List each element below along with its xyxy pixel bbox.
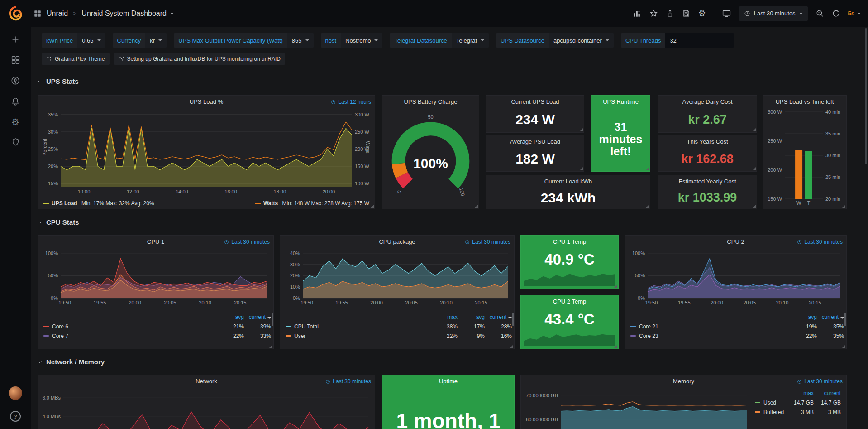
panel-title[interactable]: CPU 1 bbox=[147, 238, 164, 245]
panel-title[interactable]: Memory bbox=[673, 378, 694, 385]
legend-sort-column[interactable]: avg bbox=[458, 314, 485, 320]
panel-title[interactable]: CPU package bbox=[379, 238, 415, 245]
grafana-logo[interactable] bbox=[0, 5, 31, 22]
memory-chart[interactable]: 70.000000 GB60.000000 GB50.000000 GB bbox=[523, 388, 751, 429]
legend-row[interactable]: Buffered3 MB3 MB bbox=[755, 407, 841, 417]
svg-text:10:00: 10:00 bbox=[78, 189, 91, 194]
zoom-out-icon[interactable] bbox=[816, 9, 824, 18]
svg-text:19:50: 19:50 bbox=[645, 300, 658, 305]
legend-sort-column[interactable]: avg bbox=[217, 314, 244, 320]
legend-sort-column[interactable]: max bbox=[430, 314, 458, 320]
cpu-package-chart[interactable]: 40%30%20%10%0%19:5019:5520:0020:0520:102… bbox=[282, 248, 512, 306]
legend-sort-column[interactable]: current bbox=[814, 390, 841, 396]
dashboard-settings-icon[interactable]: ⚙ bbox=[698, 9, 706, 18]
legend-scrollbar[interactable] bbox=[272, 313, 273, 326]
panel-title[interactable]: Average Daily Cost bbox=[682, 98, 732, 105]
panel-title[interactable]: CPU 2 bbox=[727, 238, 744, 245]
panel-title[interactable]: CPU 2 Temp bbox=[553, 298, 586, 305]
legend-scrollbar[interactable] bbox=[512, 313, 514, 326]
variable-value-dropdown[interactable]: Nostromo bbox=[341, 33, 382, 48]
legend-entry[interactable]: UPS Load Min: 17% Max: 32% Avg: 20% bbox=[43, 200, 154, 207]
legend-row[interactable]: CPU Total38%17%28% bbox=[286, 322, 512, 331]
save-icon[interactable] bbox=[682, 9, 691, 18]
legend-row[interactable]: Core 722%33% bbox=[43, 331, 271, 341]
row-header-network-memory[interactable]: Network / Memory bbox=[37, 358, 105, 366]
legend-row[interactable]: Used14.7 GB14.7 GB bbox=[755, 398, 841, 407]
variable-value-dropdown[interactable]: apcupsd-container bbox=[549, 33, 614, 48]
svg-text:19:55: 19:55 bbox=[335, 300, 348, 305]
submenu-variables: kWh Price0.65CurrencykrUPS Max Output Po… bbox=[42, 33, 734, 48]
panel-title[interactable]: UPS Load % bbox=[190, 98, 223, 105]
variable-chip: kWh Price0.65 bbox=[42, 33, 105, 48]
legend-entry[interactable]: Watts Min: 148 W Max: 278 W Avg: 175 W bbox=[255, 200, 369, 207]
alerting-bell-icon[interactable] bbox=[10, 96, 20, 106]
row-header-ups-stats[interactable]: UPS Stats bbox=[37, 77, 79, 85]
svg-text:20%: 20% bbox=[48, 164, 58, 169]
breadcrumb-app[interactable]: Unraid bbox=[47, 10, 68, 18]
row-header-cpu-stats[interactable]: CPU Stats bbox=[37, 218, 79, 226]
legend-row[interactable]: Core 2119%35% bbox=[630, 322, 844, 331]
panel-title[interactable]: Estimated Yearly Cost bbox=[678, 178, 736, 185]
svg-text:20:10: 20:10 bbox=[776, 300, 789, 305]
panel-title[interactable]: Current UPS Load bbox=[511, 98, 559, 105]
help-icon[interactable]: ? bbox=[10, 411, 21, 422]
dashboard-link[interactable]: Grafana Plex Theme bbox=[42, 53, 110, 65]
variable-value-dropdown[interactable]: 865 bbox=[287, 33, 314, 48]
time-range-picker[interactable]: Last 30 minutes bbox=[739, 6, 808, 21]
star-icon[interactable] bbox=[649, 9, 658, 18]
add-panel-icon[interactable] bbox=[633, 9, 642, 18]
legend-sort-column[interactable]: current bbox=[817, 314, 844, 320]
time-range-label: Last 30 minutes bbox=[754, 10, 796, 17]
legend-scrollbar[interactable] bbox=[844, 313, 846, 326]
variable-value-dropdown[interactable]: Telegraf bbox=[452, 33, 489, 48]
panel-title[interactable]: CPU 1 Temp bbox=[553, 238, 586, 245]
ups-load-chart[interactable]: 35%30%25%20%15%300 W250 W200 W150 W100 W… bbox=[40, 108, 373, 195]
svg-text:16:00: 16:00 bbox=[224, 189, 237, 194]
refresh-interval-dropdown[interactable]: 5s bbox=[848, 10, 861, 17]
cpu1-chart[interactable]: 100%50%0%19:5019:5520:0020:0520:1020:15 bbox=[40, 248, 272, 306]
page-scrollbar[interactable] bbox=[865, 28, 867, 164]
svg-text:0%: 0% bbox=[51, 295, 58, 301]
dashboard-link[interactable]: Setting up Grafana and InfluxDB for UPS … bbox=[114, 53, 286, 65]
panel-title[interactable]: Network bbox=[196, 378, 217, 385]
variable-input[interactable]: 32 bbox=[665, 33, 734, 48]
legend-row[interactable]: User22%9%16% bbox=[286, 331, 512, 341]
legend-row[interactable]: Core 621%39% bbox=[43, 322, 271, 331]
apps-grid-icon[interactable] bbox=[33, 10, 42, 18]
dashboards-icon[interactable] bbox=[11, 55, 20, 65]
panel-title[interactable]: UPS Runtime bbox=[603, 98, 639, 105]
panel-title[interactable]: UPS Load vs Time left bbox=[776, 98, 834, 105]
legend-sort-column[interactable]: max bbox=[787, 390, 814, 396]
battery-gauge[interactable]: 050100100% bbox=[386, 109, 475, 203]
panel-title[interactable]: Average PSU Load bbox=[510, 138, 560, 145]
create-icon[interactable] bbox=[10, 34, 20, 44]
legend-sort-column[interactable]: avg bbox=[790, 314, 817, 320]
panel-title[interactable]: Current Load kWh bbox=[544, 178, 592, 185]
stat-value: 1 month, 1 bbox=[382, 409, 514, 429]
chevron-down-icon bbox=[606, 39, 609, 41]
legend-sort-column[interactable]: current bbox=[485, 314, 512, 320]
variable-value-dropdown[interactable]: 0.65 bbox=[77, 33, 105, 48]
panel-title[interactable]: Uptime bbox=[439, 378, 458, 385]
share-icon[interactable] bbox=[666, 9, 674, 18]
dashboard-title-dropdown[interactable]: Unraid System Dashboard bbox=[81, 10, 174, 18]
configuration-gear-icon[interactable]: ⚙ bbox=[11, 117, 19, 126]
legend-row[interactable]: Core 2322%35% bbox=[630, 331, 844, 341]
admin-shield-icon[interactable] bbox=[11, 137, 20, 147]
panel-current-ups-load: Current UPS Load 234 W bbox=[486, 95, 584, 133]
network-chart[interactable]: 6.0 MBs4.0 MBs2.0 MBs bbox=[40, 388, 373, 429]
cpu2-chart[interactable]: 100%50%0%19:5019:5520:0020:0520:1020:15 bbox=[627, 248, 844, 306]
panel-title[interactable]: UPS Battery Charge bbox=[404, 98, 458, 105]
svg-text:70.000000 GB: 70.000000 GB bbox=[526, 393, 558, 398]
panel-title[interactable]: This Years Cost bbox=[687, 138, 728, 145]
explore-compass-icon[interactable] bbox=[10, 76, 20, 86]
cycle-view-icon[interactable] bbox=[722, 9, 731, 18]
refresh-icon[interactable] bbox=[832, 9, 840, 18]
svg-text:150 W: 150 W bbox=[768, 196, 782, 202]
user-avatar[interactable] bbox=[9, 386, 22, 400]
external-link-icon bbox=[46, 56, 52, 62]
sidebar: ⚙ ? bbox=[0, 0, 31, 429]
legend-sort-column[interactable]: current bbox=[244, 314, 271, 320]
variable-value-dropdown[interactable]: kr bbox=[145, 33, 167, 48]
ups-vs-time-bars[interactable]: 300 W250 W200 W150 W40 min35 min30 min25… bbox=[764, 108, 845, 206]
